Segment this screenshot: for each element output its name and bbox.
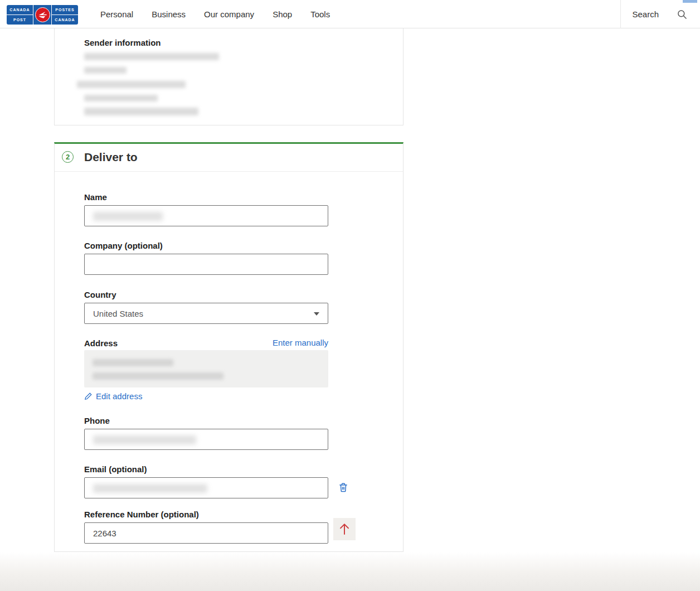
nav-item-personal[interactable]: Personal — [100, 9, 133, 19]
enter-manually-link-row: Enter manually — [84, 338, 328, 348]
redacted-email-value — [93, 484, 207, 493]
redacted-sender-line — [84, 67, 127, 74]
nav-item-our-company[interactable]: Our company — [204, 9, 254, 19]
redacted-sender-line — [84, 53, 219, 60]
phone-input[interactable] — [84, 429, 328, 450]
logo-text-postes: POSTES — [52, 5, 78, 14]
reference-number-input[interactable] — [84, 522, 328, 544]
logo-right-text: POSTES CANADA — [51, 5, 78, 25]
logo-text-canada: CANADA — [7, 5, 33, 14]
step-number-badge: 2 — [62, 151, 74, 163]
logo-text-canada-fr: CANADA — [52, 14, 78, 25]
sender-information-card: Sender information — [54, 28, 404, 125]
redacted-sender-line — [84, 108, 198, 115]
company-input[interactable] — [84, 254, 328, 275]
nav-item-tools[interactable]: Tools — [310, 9, 330, 19]
top-right-partial-element — [683, 0, 697, 3]
redacted-sender-line — [84, 95, 158, 101]
company-label: Company (optional) — [84, 241, 163, 250]
redacted-name-value — [93, 212, 163, 221]
redacted-sender-line — [77, 81, 186, 88]
search-icon[interactable] — [677, 9, 688, 20]
deliver-to-header: 2 Deliver to — [55, 144, 403, 172]
logo-text-post: POST — [7, 14, 33, 25]
name-label: Name — [84, 192, 107, 202]
page: CANADA POST POSTES CANADA Personal Busin… — [0, 0, 700, 591]
redacted-phone-value — [93, 435, 196, 444]
sender-information-title: Sender information — [84, 38, 161, 47]
pencil-icon — [84, 392, 93, 400]
chevron-down-icon — [314, 312, 319, 316]
edit-address-row: Edit address — [84, 391, 142, 401]
back-to-top-button[interactable] — [333, 518, 356, 540]
main-nav: Personal Business Our company Shop Tools — [100, 0, 330, 28]
canada-post-wing-icon — [35, 7, 50, 22]
redacted-address-line — [93, 372, 223, 380]
search-label[interactable]: Search — [632, 9, 659, 19]
name-input[interactable] — [84, 205, 328, 226]
email-input[interactable] — [84, 477, 328, 498]
canada-post-logo[interactable]: CANADA POST POSTES CANADA — [7, 5, 78, 25]
email-label: Email (optional) — [84, 464, 147, 474]
country-label: Country — [84, 290, 116, 299]
header-divider — [620, 0, 621, 28]
phone-label: Phone — [84, 416, 110, 425]
logo-left-text: CANADA POST — [7, 5, 33, 25]
nav-item-shop[interactable]: Shop — [273, 9, 292, 19]
logo-emblem — [33, 5, 51, 25]
country-selected-value: United States — [93, 309, 143, 318]
deliver-to-card: 2 Deliver to Name Company (optional) Cou… — [54, 142, 404, 552]
deliver-to-title: Deliver to — [84, 151, 138, 164]
enter-manually-link[interactable]: Enter manually — [273, 338, 328, 347]
reference-number-label: Reference Number (optional) — [84, 510, 199, 519]
country-select[interactable]: United States — [84, 303, 328, 324]
address-display-box — [84, 350, 328, 387]
edit-address-link[interactable]: Edit address — [96, 391, 142, 401]
redacted-address-line — [93, 359, 173, 366]
top-navigation-bar: CANADA POST POSTES CANADA Personal Busin… — [0, 0, 700, 28]
nav-item-business[interactable]: Business — [152, 9, 186, 19]
search-area: Search — [632, 0, 688, 28]
footer-fade-region — [0, 552, 700, 591]
delete-email-button[interactable] — [338, 482, 350, 494]
